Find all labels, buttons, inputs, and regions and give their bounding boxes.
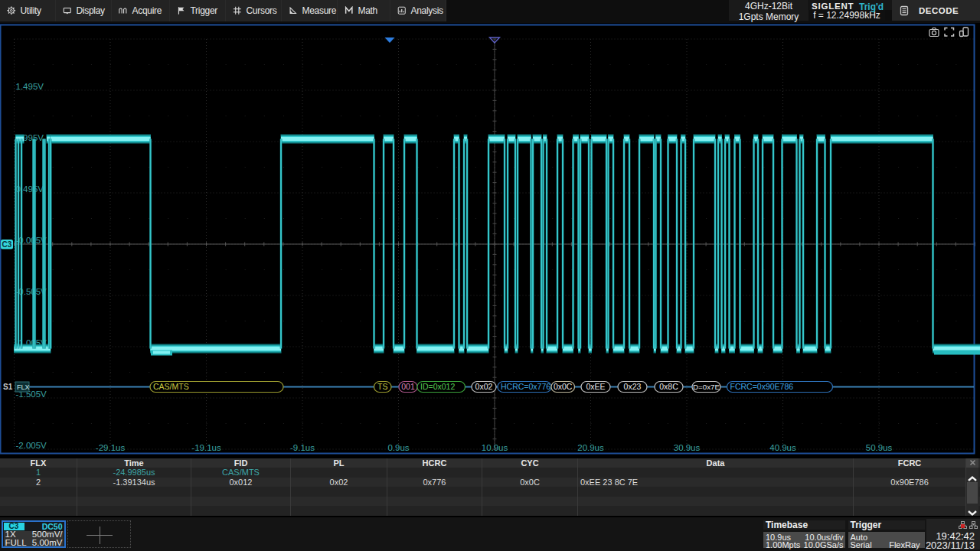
svg-text:-29.1us: -29.1us (96, 443, 126, 452)
svg-text:CAS/MTS: CAS/MTS (153, 382, 189, 391)
svg-text:0.9us: 0.9us (387, 443, 409, 452)
svg-text:-19.1us: -19.1us (191, 443, 221, 452)
svg-text:30.9us: 30.9us (674, 443, 701, 452)
svg-text:HCRC=0x776: HCRC=0x776 (501, 382, 550, 391)
svg-text:0xEE: 0xEE (586, 382, 605, 391)
svg-text:FCRC=0x90E786: FCRC=0x90E786 (730, 382, 794, 391)
svg-text:ID=0x012: ID=0x012 (420, 382, 455, 391)
svg-text:TS: TS (377, 382, 387, 391)
svg-text:10.9us: 10.9us (482, 443, 508, 452)
svg-text:20.9us: 20.9us (577, 443, 604, 452)
svg-text:50.9us: 50.9us (866, 443, 893, 452)
svg-text:0x8C: 0x8C (659, 382, 678, 391)
svg-text:-0.005V: -0.005V (16, 236, 47, 245)
svg-text:0x02: 0x02 (475, 382, 493, 391)
svg-text:C3: C3 (2, 240, 12, 249)
svg-text:0x0C: 0x0C (554, 382, 573, 391)
svg-text:-2.005V: -2.005V (16, 441, 47, 450)
svg-text:-9.1us: -9.1us (290, 443, 315, 452)
svg-text:D=0x7E: D=0x7E (693, 383, 720, 391)
svg-text:0.495V: 0.495V (16, 184, 44, 194)
svg-text:S1: S1 (3, 383, 13, 391)
svg-text:FLX: FLX (17, 383, 30, 391)
svg-text:001: 001 (401, 382, 415, 391)
svg-text:40.9us: 40.9us (769, 443, 796, 452)
svg-text:0x23: 0x23 (624, 382, 642, 391)
svg-text:1.495V: 1.495V (16, 82, 44, 91)
svg-text:-0.505V: -0.505V (16, 287, 47, 296)
